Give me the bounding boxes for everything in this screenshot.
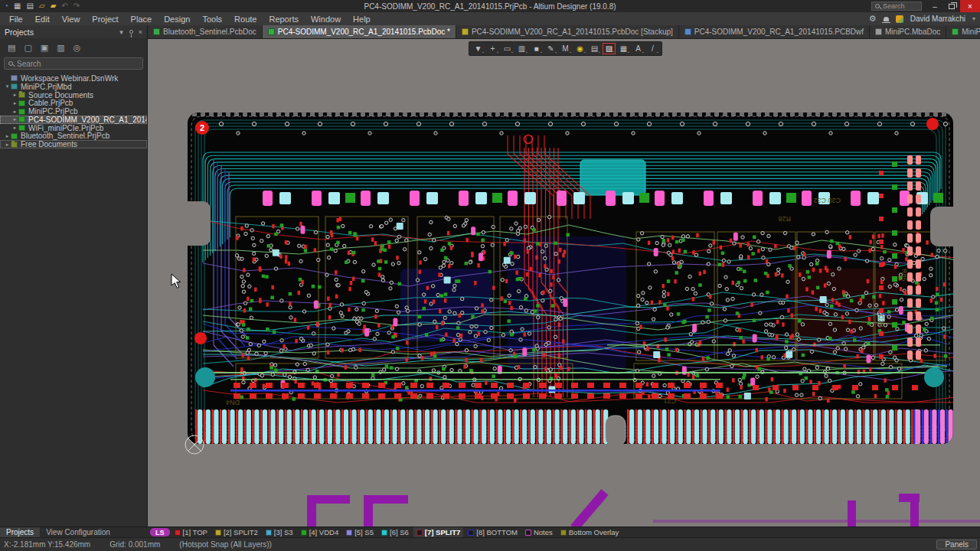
tree-item-4[interactable]: ▸MiniPC.PrjPcb <box>0 107 147 116</box>
panel-tab-view-configuration[interactable]: View Configuration <box>40 527 116 538</box>
bell-icon[interactable] <box>884 17 889 21</box>
compare-icon[interactable]: ▣ <box>41 43 48 53</box>
pin-icon[interactable] <box>129 30 133 34</box>
expand-arrow-icon[interactable]: ▸ <box>4 142 11 148</box>
layer-color-swatch <box>468 530 474 536</box>
tree-item-6[interactable]: ▸WiFi_miniPCIe.PrjPcb <box>0 124 147 132</box>
room-icon[interactable]: ▤ <box>588 43 601 54</box>
layer-tab-label: Bottom Overlay <box>569 528 619 536</box>
menu-tools[interactable]: Tools <box>196 15 228 24</box>
move-icon[interactable]: + <box>486 43 499 54</box>
pcb-editor-canvas[interactable]: ▼+▭▥■✎M◉▤▨▦A/ 2C20 C32C29R85DN4R28C21 <box>148 39 980 527</box>
menu-file[interactable]: File <box>3 15 29 24</box>
menu-project[interactable]: Project <box>86 15 124 24</box>
layer-tab-6[interactable]: [6] S6 <box>378 527 412 537</box>
layer-tab-9[interactable]: Notes <box>522 527 556 537</box>
board-insight-icon[interactable]: ▥ <box>515 43 528 54</box>
search-icon <box>8 61 13 66</box>
string-icon[interactable]: A <box>632 43 645 54</box>
svg-text:R28: R28 <box>778 215 791 223</box>
line-icon[interactable]: / <box>646 43 659 54</box>
expand-arrow-icon[interactable]: ▸ <box>11 100 18 106</box>
tree-item-7[interactable]: ▸Bluetooth_Sentinel.PrjPcb <box>0 132 147 141</box>
tree-item-0[interactable]: Workspace Webinar.DsnWrk <box>0 74 147 83</box>
minimize-button[interactable]: – <box>926 0 943 12</box>
open-project-icon[interactable]: ▰ <box>51 0 57 12</box>
tree-item-3[interactable]: ▸Cable.PrjPcb <box>0 99 147 107</box>
projects-search-input[interactable]: Search <box>4 57 143 70</box>
global-search-input[interactable]: Search <box>871 2 922 11</box>
search-placeholder: Search <box>883 2 905 10</box>
explorer-icon[interactable]: ▤ <box>8 43 15 53</box>
projects-panel-header: Projects ▾ × <box>0 25 147 38</box>
layer-tab-label: [5] S5 <box>354 528 374 536</box>
cursor-coordinates: X:-2.181mm Y:15.426mm <box>4 540 90 549</box>
layer-tab-7[interactable]: [7] SPLIT7 <box>413 527 463 537</box>
menu-design[interactable]: Design <box>158 15 196 24</box>
window-title: PC4-SODIMM_V200_RC_A1_20141015.PrjPcb - … <box>0 2 980 11</box>
layer-color-swatch <box>381 530 387 536</box>
expand-arrow-icon[interactable]: ▸ <box>4 133 11 139</box>
gear-icon[interactable]: ⚙ <box>869 14 877 24</box>
tree-item-5[interactable]: ▸PC4-SODIMM_V200_RC_A1_201410 <box>0 116 147 124</box>
menu-view[interactable]: View <box>56 15 87 24</box>
window-buttons: – × <box>926 0 980 12</box>
new-document-icon[interactable]: ▢ <box>24 43 31 53</box>
menu-place[interactable]: Place <box>125 15 158 24</box>
via-icon[interactable]: ◉ <box>573 43 586 54</box>
tree-item-label: MiniPC.PrjPcb <box>28 107 77 116</box>
expand-arrow-icon[interactable]: ▸ <box>11 116 18 122</box>
restore-button[interactable] <box>943 0 960 12</box>
panel-tabs: ProjectsView Configuration <box>0 527 148 538</box>
undo-icon[interactable]: ↶ <box>61 0 67 12</box>
layer-tab-4[interactable]: [4] VDD4 <box>298 527 342 537</box>
filter-icon[interactable]: ▼ <box>472 43 485 54</box>
drill-table-icon[interactable]: ▦ <box>617 43 630 54</box>
redo-icon[interactable]: ↷ <box>74 0 80 12</box>
expand-arrow-icon[interactable]: ▸ <box>11 125 18 131</box>
chevron-down-icon: ▾ <box>972 15 975 22</box>
altium-home-icon[interactable]: ◔ <box>4 0 8 12</box>
measure-icon[interactable]: M <box>559 43 572 54</box>
expand-arrow-icon[interactable]: ▸ <box>11 92 18 98</box>
settings-icon[interactable]: ◎ <box>74 43 81 53</box>
panels-button[interactable]: Panels <box>936 540 977 549</box>
history-icon[interactable]: ▥ <box>57 43 64 53</box>
avatar[interactable] <box>896 15 903 23</box>
panel-menu-icon[interactable]: ▾ <box>119 28 123 36</box>
layer-tab-5[interactable]: [5] S5 <box>343 527 377 537</box>
layer-set-button[interactable]: LS <box>150 528 170 536</box>
svg-text:C21: C21 <box>663 397 676 405</box>
svg-text:DN4: DN4 <box>226 399 240 406</box>
save-icon[interactable]: ▦ <box>14 0 21 12</box>
save-all-icon[interactable]: ▤ <box>27 0 34 12</box>
open-icon[interactable]: ▱ <box>39 0 45 12</box>
menu-edit[interactable]: Edit <box>29 15 56 24</box>
layer-tab-label: Notes <box>534 528 553 536</box>
menu-help[interactable]: Help <box>347 15 377 24</box>
close-button[interactable]: × <box>960 0 980 12</box>
pad-icon[interactable]: ■ <box>530 43 543 54</box>
search-icon <box>875 4 880 8</box>
active-command-icon[interactable]: ▨ <box>603 43 616 54</box>
menu-reports[interactable]: Reports <box>263 15 305 24</box>
layer-tab-1[interactable]: [1] TOP <box>172 527 211 537</box>
layer-tab-10[interactable]: Bottom Overlay <box>557 527 622 537</box>
user-name[interactable]: David Marrakchi <box>910 15 965 23</box>
layer-tab-8[interactable]: [8] BOTTOM <box>465 527 521 537</box>
polygon-pour-icon[interactable]: ✎ <box>544 43 557 54</box>
tree-item-1[interactable]: ▾MiniPC.PrjMbd <box>0 83 147 91</box>
expand-arrow-icon[interactable]: ▸ <box>11 109 18 115</box>
panel-close-icon[interactable]: × <box>139 28 142 36</box>
tree-item-8[interactable]: ▸Free Documents <box>0 140 147 148</box>
expand-arrow-icon[interactable]: ▾ <box>4 83 11 90</box>
layer-tab-3[interactable]: [3] S3 <box>263 527 296 537</box>
menu-window[interactable]: Window <box>305 15 347 24</box>
pcb-board-view[interactable]: 2C20 C32C29R85DN4R28C21 <box>148 39 980 527</box>
select-area-icon[interactable]: ▭ <box>501 43 514 54</box>
panel-tab-projects[interactable]: Projects <box>0 527 40 538</box>
tree-item-2[interactable]: ▸Source Documents <box>0 91 147 99</box>
menu-route[interactable]: Route <box>228 15 263 24</box>
layer-tab-2[interactable]: [2] SPLIT2 <box>212 527 261 537</box>
altium-designer-window: ◔▦▤▱▰↶↷ PC4-SODIMM_V200_RC_A1_20141015.P… <box>0 0 980 551</box>
